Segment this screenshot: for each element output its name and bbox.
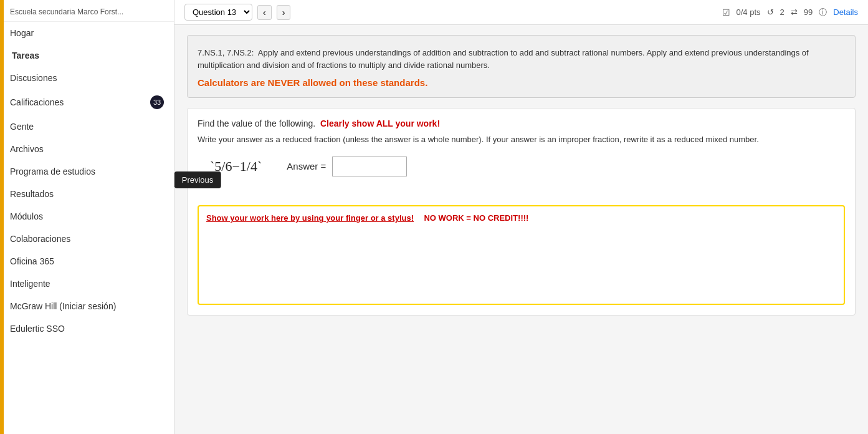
retry-count: 2	[780, 7, 785, 17]
prev-question-button[interactable]: ‹	[257, 5, 272, 20]
tooltip-label: Previous	[182, 175, 214, 185]
sidebar-item-mcgraw[interactable]: McGraw Hill (Iniciar sesión)	[0, 295, 174, 317]
attempt-count: 99	[804, 7, 813, 17]
sidebar-item-label: Oficina 365	[10, 256, 54, 266]
sidebar-item-oficina[interactable]: Oficina 365	[0, 250, 174, 272]
retry-icon: ↺	[767, 7, 774, 17]
sidebar-item-label: Colaboraciones	[10, 234, 70, 244]
sidebar-item-label: Gente	[10, 122, 34, 132]
calculators-warning: Calculators are NEVER allowed on these s…	[198, 77, 427, 88]
sidebar-item-inteligente[interactable]: Inteligente	[0, 272, 174, 295]
never-text: NEVER	[268, 77, 300, 88]
sidebar-item-label: Archivos	[10, 144, 44, 154]
sidebar-item-calificaciones[interactable]: Calificaciones 33	[0, 89, 174, 115]
sidebar-item-resultados[interactable]: Resultados	[0, 183, 174, 205]
answer-label: Answer =	[287, 161, 326, 171]
question-select[interactable]: Question 13	[184, 4, 252, 21]
details-link[interactable]: Details	[833, 7, 858, 17]
main-panel: Question 13 ‹ › ☑ 0/4 pts ↺ 2 ⇄ 99 ⓘ Det…	[174, 0, 868, 434]
sidebar-item-tareas[interactable]: Tareas	[0, 44, 174, 67]
sidebar-item-archivos[interactable]: Archivos	[0, 138, 174, 160]
show-work-row: Show your work here by using your finger…	[206, 213, 836, 224]
sidebar-item-label: Hogar	[10, 28, 34, 38]
sidebar-item-label: Programa de estudios	[10, 166, 95, 176]
sidebar-item-label: Tareas	[12, 51, 39, 60]
calificaciones-badge: 33	[150, 95, 164, 109]
sidebar-item-colaboraciones[interactable]: Colaboraciones	[0, 228, 174, 250]
sidebar-item-label: Discusiones	[10, 73, 57, 83]
standard-codes: 7.NS.1, 7.NS.2:	[198, 48, 254, 57]
sidebar-item-label: Inteligente	[10, 279, 50, 289]
sidebar-item-label: Módulos	[10, 211, 43, 221]
info-icon: ⓘ	[819, 7, 827, 18]
sidebar-item-hogar[interactable]: Hogar	[0, 22, 174, 44]
topbar-right: ☑ 0/4 pts ↺ 2 ⇄ 99 ⓘ Details	[722, 7, 858, 18]
show-work-wrapper: Previous Show your work here by using yo…	[198, 186, 845, 305]
no-credit-text: NO WORK = NO CREDIT!!!!	[424, 213, 528, 223]
attempt-icon: ⇄	[791, 7, 798, 17]
next-question-button[interactable]: ›	[277, 5, 291, 20]
sidebar-item-label: McGraw Hill (Iniciar sesión)	[10, 301, 116, 311]
checkbox-icon: ☑	[722, 7, 730, 17]
pts-text: 0/4 pts	[737, 7, 761, 17]
previous-tooltip: Previous	[174, 171, 221, 188]
sidebar-item-label: Edulertic SSO	[10, 324, 65, 334]
standards-box: 7.NS.1, 7.NS.2: Apply and extend previou…	[187, 35, 856, 98]
calculators-warning-row: Calculators are NEVER allowed on these s…	[198, 77, 845, 89]
topbar-left: Question 13 ‹ ›	[184, 4, 290, 21]
left-accent-bar	[0, 0, 4, 434]
show-work-label: Show your work here by using your finger…	[206, 213, 414, 223]
standards-body: Apply and extend previous understandings…	[198, 48, 809, 70]
answer-input[interactable]	[332, 157, 407, 176]
question-area: Find the value of the following. Clearly…	[187, 108, 856, 316]
sidebar: Escuela secundaria Marco Forst... Hogar …	[0, 0, 174, 434]
sidebar-item-modulos[interactable]: Módulos	[0, 205, 174, 228]
math-row: `5/6−1/4` Answer =	[198, 157, 845, 176]
instructions-text: Write your answer as a reduced fraction …	[198, 133, 845, 147]
sidebar-item-discusiones[interactable]: Discusiones	[0, 67, 174, 89]
show-work-prompt: Clearly show ALL your work!	[320, 118, 440, 128]
answer-row: Answer =	[287, 157, 407, 176]
content-area: 7.NS.1, 7.NS.2: Apply and extend previou…	[174, 25, 868, 434]
sidebar-item-programa[interactable]: Programa de estudios	[0, 160, 174, 183]
show-work-section[interactable]: Show your work here by using your finger…	[198, 205, 845, 305]
find-value-text: Find the value of the following. Clearly…	[198, 118, 845, 128]
school-name: Escuela secundaria Marco Forst...	[0, 5, 174, 22]
sidebar-item-label: Calificaciones	[10, 97, 64, 107]
sidebar-item-edulertic[interactable]: Edulertic SSO	[0, 317, 174, 340]
standards-description: 7.NS.1, 7.NS.2: Apply and extend previou…	[198, 47, 845, 71]
find-text-static: Find the value of the following.	[198, 118, 315, 128]
topbar: Question 13 ‹ › ☑ 0/4 pts ↺ 2 ⇄ 99 ⓘ Det…	[174, 0, 868, 25]
sidebar-item-gente[interactable]: Gente	[0, 115, 174, 138]
sidebar-item-label: Resultados	[10, 189, 54, 199]
